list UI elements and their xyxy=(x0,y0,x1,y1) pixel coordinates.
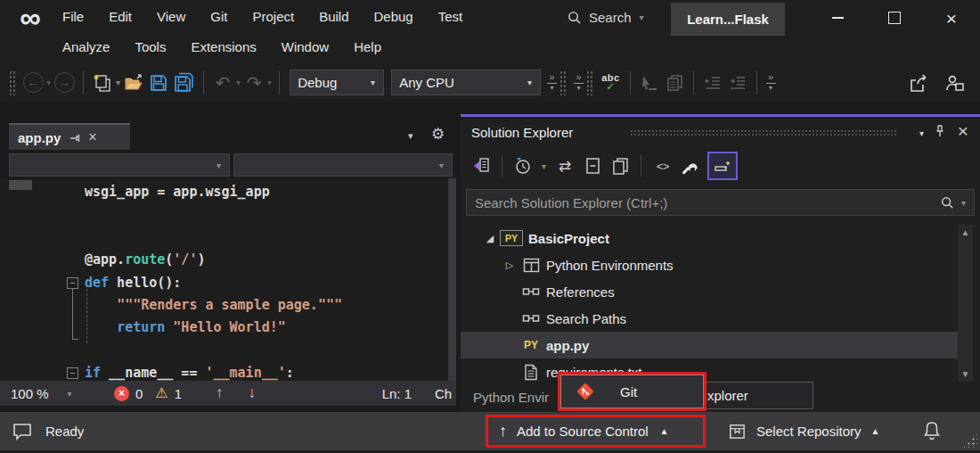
zoom-dropdown[interactable]: 100 % ▾ xyxy=(0,386,89,401)
open-file-button[interactable] xyxy=(123,70,144,96)
error-icon[interactable]: × xyxy=(114,386,129,401)
pin-tab-icon[interactable] xyxy=(69,132,80,144)
close-tab-icon[interactable]: × xyxy=(88,129,96,145)
tree-item-basicproject[interactable]: ◢PYBasicProject xyxy=(461,225,980,251)
navigation-member-dropdown[interactable]: ▾ xyxy=(233,153,453,177)
close-panel-icon[interactable]: × xyxy=(958,121,968,140)
tree-item-python-environments[interactable]: ▷Python Environments xyxy=(461,251,980,278)
properties-wrench-icon[interactable] xyxy=(680,154,699,177)
undo-caret[interactable]: ▾ xyxy=(236,78,241,87)
menu-extensions[interactable]: Extensions xyxy=(178,33,268,60)
toolbar-grip[interactable] xyxy=(9,70,15,95)
search-control[interactable]: Search ▾ xyxy=(567,4,645,29)
code-line: """Renders a sample page.""" xyxy=(85,294,445,317)
minimize-button[interactable] xyxy=(809,0,866,36)
copy-structure-button[interactable] xyxy=(664,70,685,96)
tree-item-references[interactable]: References xyxy=(461,278,980,305)
menu-debug[interactable]: Debug xyxy=(362,3,426,29)
scroll-up-arrow[interactable]: ▲ xyxy=(961,225,970,240)
menu-file[interactable]: File xyxy=(50,3,96,29)
show-all-files-icon[interactable] xyxy=(707,152,738,180)
editor-scrollbar[interactable] xyxy=(448,178,456,381)
close-button[interactable]: × xyxy=(923,0,980,36)
document-list-caret[interactable]: ▾ xyxy=(408,130,413,142)
maximize-button[interactable] xyxy=(866,0,923,36)
add-to-source-control-button[interactable]: ↑ Add to Source Control ▲ xyxy=(486,415,706,448)
previous-issue-arrow[interactable]: ↑ xyxy=(216,384,224,402)
document-tab-app-py[interactable]: app.py × xyxy=(9,123,130,150)
menu-build[interactable]: Build xyxy=(306,3,361,29)
share-button[interactable] xyxy=(908,70,929,96)
switch-views-icon[interactable] xyxy=(471,154,491,177)
search-options-caret[interactable]: ▾ xyxy=(961,198,966,208)
toolbar-grip[interactable] xyxy=(559,70,566,95)
navigate-back-button[interactable]: ← xyxy=(22,70,44,96)
solution-explorer-header[interactable]: Solution Explorer ▾ × xyxy=(461,117,980,147)
toolbar-overflow-button[interactable]: » ▾ xyxy=(574,73,584,92)
solution-configuration-dropdown[interactable]: Debug ▾ xyxy=(290,70,384,95)
save-button[interactable] xyxy=(148,70,169,96)
new-project-button[interactable] xyxy=(92,70,113,96)
collapse-all-icon[interactable] xyxy=(583,154,602,177)
code-token: @app. xyxy=(85,251,125,268)
menu-help[interactable]: Help xyxy=(341,33,394,60)
window-position-caret[interactable]: ▾ xyxy=(919,128,924,138)
navigation-type-dropdown[interactable]: ▾ xyxy=(9,153,230,177)
increase-indent-button[interactable] xyxy=(727,70,748,96)
git-menu-item[interactable]: Git xyxy=(560,375,704,408)
decrease-indent-button[interactable] xyxy=(702,70,723,96)
fold-toggle-icon[interactable]: − xyxy=(67,277,78,289)
tool-window-tab-python-envir[interactable]: Python Envir xyxy=(461,390,549,405)
menu-tools[interactable]: Tools xyxy=(122,33,178,60)
pending-changes-filter-icon[interactable] xyxy=(513,154,533,177)
search-icon[interactable] xyxy=(940,195,954,210)
navigate-forward-button[interactable]: → xyxy=(53,70,75,96)
scroll-down-arrow[interactable]: ▼ xyxy=(961,367,970,382)
spell-check-button[interactable]: abc ✓ xyxy=(601,73,619,92)
save-all-icon xyxy=(173,72,195,93)
menu-window[interactable]: Window xyxy=(269,33,341,60)
sync-with-active-document-icon[interactable]: ⇄ xyxy=(555,154,575,177)
menu-git[interactable]: Git xyxy=(198,3,240,29)
tree-item-app-py[interactable]: PYapp.py xyxy=(461,332,964,358)
next-issue-arrow[interactable]: ↓ xyxy=(249,384,257,402)
menu-edit[interactable]: Edit xyxy=(96,3,144,29)
code-line: @app.route('/') xyxy=(85,249,445,271)
code-area[interactable]: wsgi_app = app.wsgi_app@app.route('/')−d… xyxy=(0,178,456,381)
toolbar-grip[interactable] xyxy=(586,70,592,95)
back-history-caret[interactable]: ▾ xyxy=(46,78,51,87)
filter-caret[interactable]: ▾ xyxy=(542,161,546,171)
tree-scrollbar[interactable]: ▲ ▼ xyxy=(958,225,973,382)
view-code-icon[interactable]: < > xyxy=(652,154,672,177)
fold-toggle-icon[interactable]: − xyxy=(67,367,78,379)
window-resize-grip[interactable] xyxy=(962,432,977,448)
save-all-button[interactable] xyxy=(173,70,195,96)
menu-test[interactable]: Test xyxy=(426,3,476,29)
menu-view[interactable]: View xyxy=(144,3,198,29)
editor-options-gear-icon[interactable]: ⚙ xyxy=(431,125,445,144)
feedback-icon[interactable] xyxy=(12,422,33,441)
run-to-cursor-button[interactable] xyxy=(639,70,660,96)
redo-caret[interactable]: ▾ xyxy=(267,78,272,87)
toolbar-overflow-button[interactable]: » ▾ xyxy=(547,73,557,92)
menu-project[interactable]: Project xyxy=(240,3,306,29)
search-input[interactable] xyxy=(467,195,940,210)
notifications-bell-icon[interactable] xyxy=(921,420,943,442)
tree-expander-icon[interactable]: ◢ xyxy=(480,233,500,244)
tree-expander-icon[interactable]: ▷ xyxy=(500,259,519,271)
toolbar-overflow-button[interactable]: » ▾ xyxy=(766,73,776,92)
pin-panel-icon[interactable] xyxy=(934,124,946,138)
preview-selected-items-icon[interactable] xyxy=(610,154,630,177)
redo-button[interactable]: ↷ xyxy=(243,70,265,96)
line-indicator: Ln: 1 xyxy=(382,386,412,401)
tree-item-search-paths[interactable]: Search Paths xyxy=(461,305,980,332)
tree-item-requirements-txt[interactable]: requirements.txt xyxy=(461,358,980,382)
new-project-caret[interactable]: ▾ xyxy=(116,78,120,87)
solution-platform-dropdown[interactable]: Any CPU ▾ xyxy=(391,70,541,95)
undo-button[interactable]: ↶ xyxy=(212,70,233,96)
git-icon xyxy=(576,382,595,401)
warning-icon[interactable]: ⚠ xyxy=(155,386,167,400)
select-repository-button[interactable]: Select Repository ▲ xyxy=(728,412,879,450)
menu-analyze[interactable]: Analyze xyxy=(50,33,122,60)
live-share-button[interactable] xyxy=(943,70,966,96)
